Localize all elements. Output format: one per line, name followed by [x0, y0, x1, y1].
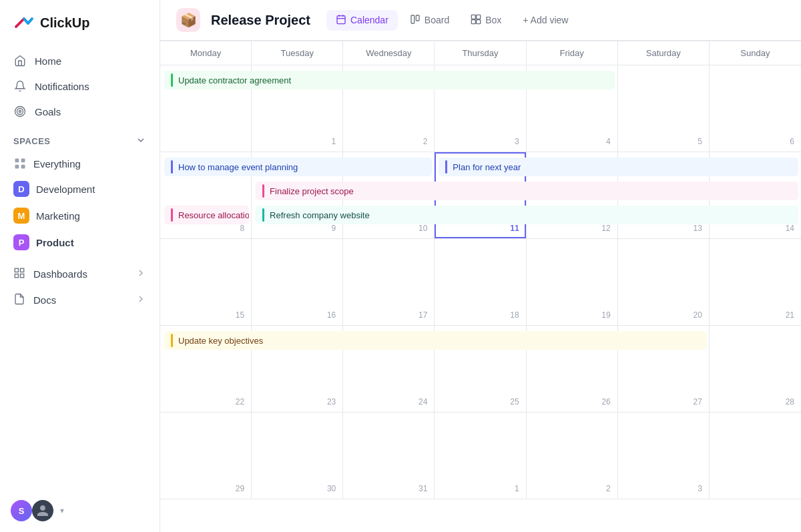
- spaces-chevron-icon[interactable]: [136, 135, 146, 148]
- event-label: Resource allocation: [178, 210, 249, 220]
- day-cell[interactable]: 31: [343, 413, 435, 499]
- spaces-list: Everything D Development M Marketing P P…: [0, 152, 160, 256]
- day-cell[interactable]: [710, 413, 801, 499]
- day-cell[interactable]: 1: [435, 413, 526, 499]
- svg-rect-7: [15, 268, 18, 272]
- bell-icon: [13, 79, 27, 93]
- day-cell[interactable]: 20: [618, 239, 710, 326]
- svg-rect-6: [21, 165, 25, 169]
- marketing-label: Marketing: [36, 210, 80, 222]
- user-area[interactable]: S ▾: [0, 489, 160, 532]
- logo-text: ClickUp: [40, 15, 89, 31]
- event-label: Update key objectives: [178, 336, 263, 346]
- user-chevron-icon: ▾: [60, 506, 64, 515]
- day-cell[interactable]: 17: [343, 239, 435, 326]
- sidebar: ClickUp Home Notifications Goals Spaces: [0, 0, 160, 532]
- week-row-3: 15 16 17 18 19 20 21: [160, 239, 801, 326]
- home-icon: [13, 54, 27, 67]
- day-cell[interactable]: 16: [252, 239, 343, 326]
- event-plan-next-year[interactable]: Plan for next year: [439, 158, 798, 176]
- svg-rect-10: [15, 274, 18, 278]
- tab-box[interactable]: Box: [461, 10, 511, 31]
- docs-label: Docs: [33, 294, 56, 306]
- product-badge: P: [13, 234, 29, 250]
- sidebar-item-development[interactable]: D Development: [5, 176, 154, 202]
- event-label: Update contractor agreement: [178, 75, 291, 85]
- spaces-header: Spaces: [0, 127, 160, 152]
- svg-rect-17: [472, 15, 476, 19]
- logo-area: ClickUp: [0, 0, 160, 45]
- calendar-day-headers: Monday Tuesday Wednesday Thursday Friday…: [160, 41, 801, 65]
- svg-rect-11: [337, 15, 345, 23]
- calendar-container: Monday Tuesday Wednesday Thursday Friday…: [160, 41, 801, 532]
- notifications-label: Notifications: [35, 81, 89, 92]
- week-row-2: 8 9 10 11 12 13 14 How to manage event p…: [160, 152, 801, 239]
- sidebar-item-notifications[interactable]: Notifications: [5, 73, 154, 99]
- day-cell[interactable]: 19: [527, 239, 618, 326]
- day-cell[interactable]: 5: [618, 65, 710, 152]
- tab-calendar[interactable]: Calendar: [326, 10, 398, 31]
- week-row-1: 1 2 3 4 5 6 Update contractor agreement: [160, 65, 801, 152]
- svg-rect-18: [477, 15, 481, 19]
- marketing-badge: M: [13, 208, 29, 224]
- docs-icon: [13, 293, 25, 307]
- svg-rect-15: [411, 15, 415, 23]
- sidebar-item-goals[interactable]: Goals: [5, 99, 154, 124]
- view-tabs: Calendar Board Box + Add view: [326, 10, 577, 31]
- spaces-label: Spaces: [13, 136, 51, 146]
- event-refresh-website[interactable]: Refresh company website: [256, 206, 798, 224]
- week-row-4: 22 23 24 25 26 27 28 Update key objectiv…: [160, 326, 801, 413]
- tab-board[interactable]: Board: [400, 10, 459, 31]
- sidebar-item-home[interactable]: Home: [5, 48, 154, 73]
- user-avatar-photo: [32, 500, 53, 521]
- day-cell[interactable]: 29: [160, 413, 252, 499]
- sidebar-item-product[interactable]: P Product: [5, 229, 154, 256]
- user-avatar-initial: S: [11, 500, 32, 521]
- dashboards-label: Dashboards: [33, 268, 87, 280]
- goals-label: Goals: [35, 106, 61, 117]
- svg-point-1: [17, 109, 23, 115]
- event-finalize-scope[interactable]: Finalize project scope: [256, 182, 798, 200]
- day-cell[interactable]: 6: [710, 65, 801, 152]
- week-row-5: 29 30 31 1 2 3: [160, 413, 801, 499]
- sidebar-item-docs[interactable]: Docs: [5, 287, 154, 313]
- svg-rect-9: [21, 274, 24, 278]
- event-how-to-manage[interactable]: How to manage event planning: [164, 158, 432, 176]
- day-cell[interactable]: 30: [252, 413, 343, 499]
- day-header-friday: Friday: [527, 41, 618, 65]
- event-label: Plan for next year: [453, 162, 521, 172]
- day-header-monday: Monday: [160, 41, 252, 65]
- event-resource-allocation[interactable]: Resource allocation: [164, 206, 249, 224]
- add-view-button[interactable]: + Add view: [513, 11, 577, 29]
- board-tab-label: Board: [425, 15, 449, 25]
- sidebar-item-everything[interactable]: Everything: [5, 152, 154, 176]
- box-icon: [471, 14, 481, 27]
- day-header-wednesday: Wednesday: [343, 41, 435, 65]
- svg-point-2: [19, 111, 21, 113]
- everything-grid-icon: [13, 157, 27, 170]
- calendar-icon: [336, 14, 346, 27]
- day-cell[interactable]: 21: [710, 239, 801, 326]
- svg-rect-4: [21, 159, 25, 163]
- svg-rect-16: [416, 15, 419, 21]
- sidebar-item-marketing[interactable]: M Marketing: [5, 202, 154, 229]
- project-title: Release Project: [211, 13, 310, 28]
- development-badge: D: [13, 181, 29, 197]
- main-content: 📦 Release Project Calendar Board Box: [160, 0, 801, 532]
- target-icon: [13, 105, 27, 118]
- sidebar-item-dashboards[interactable]: Dashboards: [5, 261, 154, 287]
- sidebar-sections: Dashboards Docs: [0, 258, 160, 316]
- day-cell[interactable]: 18: [435, 239, 526, 326]
- event-update-objectives[interactable]: Update key objectives: [164, 331, 707, 350]
- day-cell[interactable]: 3: [618, 413, 710, 499]
- day-cell[interactable]: 28: [710, 326, 801, 413]
- dashboards-arrow-icon: [136, 268, 146, 280]
- day-cell[interactable]: 15: [160, 239, 252, 326]
- event-label: Finalize project scope: [270, 186, 354, 196]
- day-cell[interactable]: 2: [527, 413, 618, 499]
- svg-rect-8: [21, 268, 24, 272]
- box-tab-label: Box: [485, 15, 501, 25]
- event-update-contractor[interactable]: Update contractor agreement: [164, 71, 615, 89]
- everything-label: Everything: [33, 158, 81, 170]
- week-cells-5: 29 30 31 1 2 3: [160, 413, 801, 499]
